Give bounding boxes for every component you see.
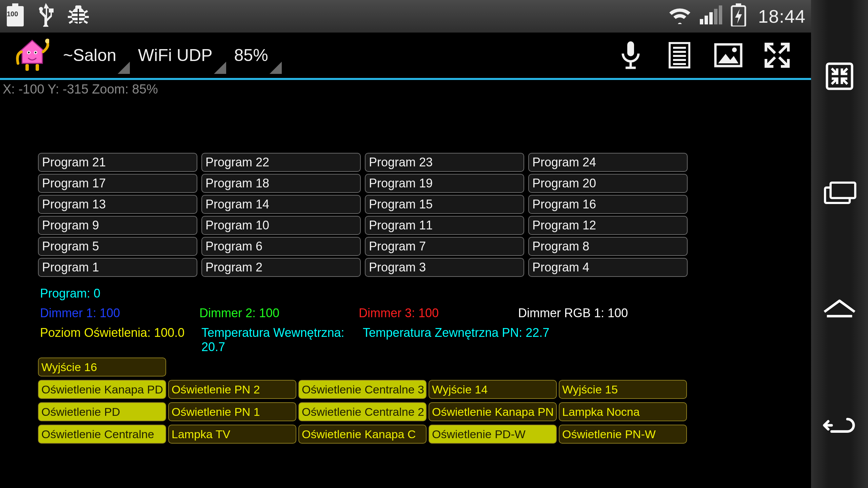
program-button[interactable]: Program 21 [38, 153, 197, 172]
svg-point-29 [45, 39, 49, 43]
program-button[interactable]: Program 10 [201, 216, 361, 235]
output-button[interactable]: Oświetlenie PN 1 [168, 402, 296, 421]
debug-icon [66, 5, 90, 28]
program-button[interactable]: Program 11 [365, 216, 524, 235]
svg-rect-42 [827, 64, 852, 89]
dimmer-1: Dimmer 1: 100 [40, 306, 199, 320]
output-button[interactable]: Oświetlenie Kanapa C [298, 425, 427, 444]
svg-point-26 [35, 52, 37, 54]
signal-icon [700, 5, 722, 27]
svg-rect-18 [719, 5, 722, 24]
program-button[interactable]: Program 1 [38, 258, 197, 277]
battery-charging-icon [730, 3, 747, 29]
output-button[interactable]: Wyjście 14 [429, 380, 557, 399]
svg-point-41 [732, 47, 737, 52]
svg-rect-17 [714, 9, 717, 24]
nav-recent-icon[interactable] [823, 177, 856, 208]
room-spinner[interactable]: ~Salon [55, 37, 130, 74]
status-time: 18:44 [758, 6, 806, 27]
connection-spinner[interactable]: WiFi UDP [130, 37, 226, 74]
svg-rect-0 [12, 3, 18, 6]
app-logo-icon[interactable] [14, 37, 51, 74]
output-button[interactable]: Oświetlenie PD [38, 402, 166, 421]
battery-icon: 100 [5, 3, 25, 29]
outputs-area: Wyjście 16Oświetlenie Kanapa PDOświetlen… [0, 358, 811, 444]
program-button[interactable]: Program 17 [38, 174, 197, 193]
svg-point-25 [28, 52, 30, 54]
program-button[interactable]: Program 18 [201, 174, 361, 193]
svg-marker-21 [735, 9, 742, 24]
output-button[interactable]: Lampka Nocna [559, 402, 687, 421]
program-button[interactable]: Program 5 [38, 237, 197, 256]
output-button[interactable]: Lampka TV [168, 425, 296, 444]
coords-label: X: -100 Y: -315 Zoom: 85% [0, 80, 811, 99]
output-button[interactable]: Oświetlenie PN 2 [168, 380, 296, 399]
program-button[interactable]: Program 7 [365, 237, 524, 256]
temp-in: Temperatura Wewnętrzna: 20.7 [201, 326, 363, 354]
program-button[interactable]: Program 3 [365, 258, 524, 277]
wifi-icon [668, 6, 692, 27]
svg-rect-27 [25, 64, 29, 71]
program-button[interactable]: Program 12 [528, 216, 688, 235]
program-button[interactable]: Program 23 [365, 153, 524, 172]
app-bar: ~Salon WiFi UDP 85% [0, 33, 811, 78]
program-button[interactable]: Program 16 [528, 195, 688, 214]
program-button[interactable]: Program 24 [528, 153, 688, 172]
svg-rect-16 [709, 12, 713, 24]
usb-icon [37, 3, 54, 30]
program-grid: Program 21Program 22Program 23Program 24… [38, 153, 743, 277]
program-button[interactable]: Program 14 [201, 195, 361, 214]
output-button[interactable]: Oświetlenie Centralne 2 [298, 402, 427, 421]
output-button[interactable]: Oświetlenie Kanapa PN [429, 402, 557, 421]
output-button[interactable]: Oświetlenie PD-W [429, 425, 557, 444]
dimmer-3: Dimmer 3: 100 [359, 306, 518, 320]
dimmer-2: Dimmer 2: 100 [199, 306, 359, 320]
program-button[interactable]: Program 6 [201, 237, 361, 256]
program-button[interactable]: Program 9 [38, 216, 197, 235]
output-button[interactable]: Oświetlenie Centralne [38, 425, 166, 444]
list-icon[interactable] [659, 35, 700, 76]
fullscreen-icon[interactable] [757, 35, 797, 76]
svg-rect-30 [627, 41, 634, 56]
program-button[interactable]: Program 20 [528, 174, 688, 193]
mic-icon[interactable] [610, 35, 651, 76]
program-button[interactable]: Program 8 [528, 237, 688, 256]
output-button[interactable]: Oświetlenie Kanapa PD [38, 380, 166, 399]
status-bar: 100 18:44 [0, 0, 811, 33]
program-button[interactable]: Program 15 [365, 195, 524, 214]
program-button[interactable]: Program 13 [38, 195, 197, 214]
output-button[interactable]: Oświetlenie Centralne 3 [298, 380, 427, 399]
output-button[interactable]: Wyjście 16 [38, 358, 166, 377]
nav-home-icon[interactable] [823, 294, 856, 324]
nav-collapse-icon[interactable] [823, 61, 856, 92]
nav-back-icon[interactable] [823, 410, 856, 441]
program-status: Program: 0 [40, 286, 811, 301]
program-button[interactable]: Program 22 [201, 153, 361, 172]
output-button[interactable]: Wyjście 15 [559, 380, 687, 399]
image-icon[interactable] [708, 35, 749, 76]
svg-rect-15 [705, 16, 708, 24]
svg-rect-28 [36, 64, 39, 71]
program-button[interactable]: Program 4 [528, 258, 688, 277]
dimmer-rgb: Dimmer RGB 1: 100 [518, 306, 677, 320]
zoom-spinner[interactable]: 85% [226, 37, 282, 74]
program-button[interactable]: Program 19 [365, 174, 524, 193]
svg-rect-14 [700, 19, 703, 24]
output-button[interactable]: Oświetlenie PN-W [559, 425, 687, 444]
system-navbar [811, 0, 868, 488]
svg-marker-40 [718, 54, 738, 63]
light-level: Poziom Oświetlenia: 100.0 [40, 326, 201, 354]
dimmer-row: Dimmer 1: 100 Dimmer 2: 100 Dimmer 3: 10… [40, 306, 811, 320]
info-row: Poziom Oświetlenia: 100.0 Temperatura We… [40, 326, 811, 354]
content-area: X: -100 Y: -315 Zoom: 85% Program 21Prog… [0, 80, 811, 444]
svg-rect-44 [831, 183, 855, 198]
temp-out: Temperatura Zewnętrzna PN: 22.7 [363, 326, 583, 354]
program-button[interactable]: Program 2 [201, 258, 361, 277]
